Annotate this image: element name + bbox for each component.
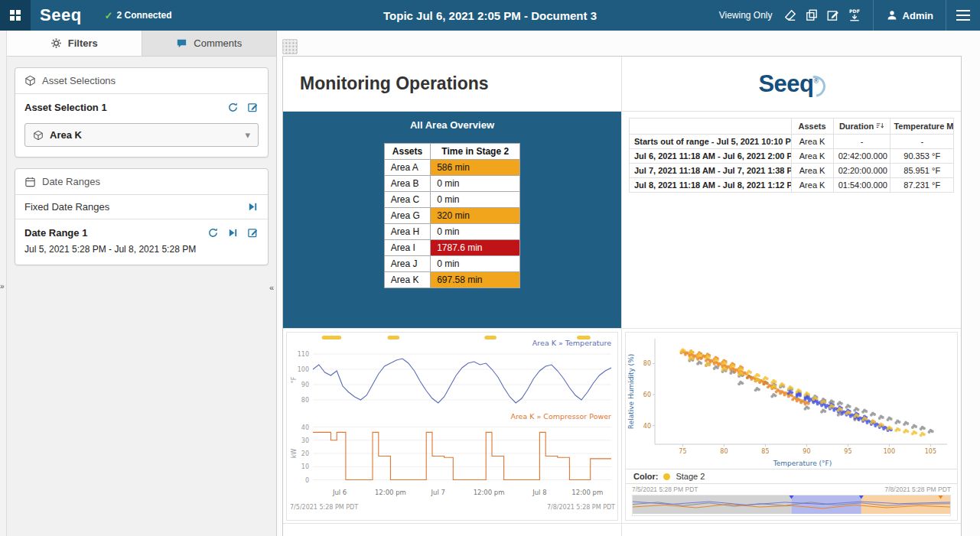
calendar-icon xyxy=(24,176,36,187)
comment-bubble-icon xyxy=(176,37,187,49)
svg-text:20: 20 xyxy=(301,450,309,457)
refresh-icon[interactable] xyxy=(207,227,219,239)
sort-icon xyxy=(876,122,884,130)
export-pdf-icon[interactable]: PDF xyxy=(848,8,861,22)
topbar-actions: Viewing Only PDF Admin xyxy=(719,0,980,31)
page-title: Monitoring Operations xyxy=(300,73,604,94)
capsule-table-body: Starts out of range - Jul 5, 2021 10:10 … xyxy=(630,135,954,193)
connection-status-label: 2 Connected xyxy=(117,10,172,21)
tab-comments[interactable]: Comments xyxy=(142,31,277,56)
svg-text:100: 100 xyxy=(298,366,309,373)
capsule-row: Jul 8, 2021 11:18 AM - Jul 8, 2021 1:12 … xyxy=(630,178,954,193)
capsule-col-duration[interactable]: Duration xyxy=(833,119,890,135)
trend-chart-svg: 1101009080°FArea K » Temperature40302010… xyxy=(287,333,618,516)
overview-value-cell: 586 min xyxy=(431,160,520,176)
user-icon xyxy=(886,9,898,21)
svg-text:105: 105 xyxy=(925,448,936,455)
scatter-legend: Color: Stage 2 xyxy=(626,469,957,484)
svg-text:7/8/2021 5:28 PM PDT: 7/8/2021 5:28 PM PDT xyxy=(547,504,615,511)
topic-page: Monitoring Operations Seeq® All Area Ove… xyxy=(282,56,962,536)
legend-dot xyxy=(663,473,670,480)
user-label: Admin xyxy=(903,10,933,21)
scatter-date-range: 7/5/2021 5:28 PM PDT 7/8/2021 5:28 PM PD… xyxy=(626,484,957,494)
timeline-minimap[interactable] xyxy=(632,495,951,516)
asset-selections-card: Asset Selections Asset Selection 1 xyxy=(15,67,269,158)
step-to-end-icon[interactable] xyxy=(247,201,259,213)
asset-select-dropdown[interactable]: Area K ▾ xyxy=(24,123,259,147)
capsule-header-row: Assets Duration Temperatur xyxy=(630,119,954,135)
date-range-value: Jul 5, 2021 5:28 PM - Jul 8, 2021 5:28 P… xyxy=(15,242,268,265)
refresh-icon[interactable] xyxy=(227,102,239,113)
asset-selections-title: Asset Selections xyxy=(42,75,116,86)
overview-header-row: Assets Time in Stage 2 xyxy=(384,144,519,160)
eraser-icon[interactable] xyxy=(783,8,797,22)
step-to-end-icon[interactable] xyxy=(227,227,239,239)
overview-asset-cell: Area C xyxy=(384,192,430,208)
overview-row: Area C0 min xyxy=(384,192,519,208)
svg-text:12:00 pm: 12:00 pm xyxy=(375,489,406,496)
overview-value-cell: 320 min xyxy=(431,208,520,224)
legend-title: Color: xyxy=(633,472,658,481)
date-ranges-header: Date Ranges xyxy=(15,169,268,195)
gear-icon xyxy=(50,37,62,49)
all-area-overview-panel: All Area Overview Assets Time in Stage 2… xyxy=(283,112,622,329)
asset-select-value: Area K xyxy=(50,129,82,141)
edit-icon[interactable] xyxy=(247,102,259,113)
edit-icon[interactable] xyxy=(247,227,259,239)
svg-text:Jul 8: Jul 8 xyxy=(532,489,546,496)
capsule-col-temp-max: Temperature Max xyxy=(890,119,954,135)
overview-asset-cell: Area G xyxy=(384,208,430,224)
svg-text:80: 80 xyxy=(643,360,651,367)
overview-asset-cell: Area I xyxy=(384,240,430,256)
scatter-chart[interactable]: 7580859095100105406080Temperature (°F)Re… xyxy=(625,332,958,521)
document-title: Topic Jul 6, 2021 2:05 PM - Document 3 xyxy=(383,9,597,22)
svg-text:100: 100 xyxy=(884,448,895,455)
drag-handle[interactable] xyxy=(282,39,298,54)
collapse-sidebar-button[interactable]: « xyxy=(269,283,274,292)
overview-asset-cell: Area A xyxy=(384,160,430,176)
topbar: Seeq ✓ 2 Connected Topic Jul 6, 2021 2:0… xyxy=(0,0,980,31)
range-end-label: 7/8/2021 5:28 PM PDT xyxy=(885,486,951,493)
tab-filters[interactable]: Filters xyxy=(7,31,142,56)
overview-asset-cell: Area J xyxy=(384,256,430,272)
svg-text:Area K » Temperature: Area K » Temperature xyxy=(532,339,611,347)
seeq-logo[interactable]: Seeq xyxy=(40,5,82,25)
overview-row: Area I1787.6 min xyxy=(384,240,519,256)
duplicate-icon[interactable] xyxy=(805,8,819,22)
overview-value-cell: 0 min xyxy=(431,192,520,208)
scatter-chart-svg: 7580859095100105406080Temperature (°F)Re… xyxy=(626,333,957,469)
svg-text:PDF: PDF xyxy=(849,8,860,14)
scatter-chart-cell: 7580859095100105406080Temperature (°F)Re… xyxy=(622,329,961,524)
hamburger-menu[interactable] xyxy=(946,0,980,31)
overview-asset-cell: Area B xyxy=(384,176,430,192)
overview-row: Area G320 min xyxy=(384,208,519,224)
svg-text:12:00 pm: 12:00 pm xyxy=(571,489,603,496)
overview-row: Area B0 min xyxy=(384,176,519,192)
asset-cube-icon xyxy=(24,75,36,86)
overview-value-cell: 1787.6 min xyxy=(431,240,520,256)
svg-text:30: 30 xyxy=(301,437,309,444)
trend-chart-cell: 1101009080°FArea K » Temperature40302010… xyxy=(283,329,622,524)
overview-row: Area K697.58 min xyxy=(384,272,519,288)
date-ranges-title: Date Ranges xyxy=(42,176,100,187)
connection-status[interactable]: ✓ 2 Connected xyxy=(105,10,172,21)
trend-chart[interactable]: 1101009080°FArea K » Temperature40302010… xyxy=(286,332,618,521)
overview-value-cell: 0 min xyxy=(431,176,520,192)
overview-value-cell: 0 min xyxy=(431,224,520,240)
next-row-cell xyxy=(283,524,622,536)
svg-text:Temperature (°F): Temperature (°F) xyxy=(773,460,832,467)
asset-selections-header: Asset Selections xyxy=(15,68,268,94)
minimap-svg xyxy=(633,495,950,514)
svg-text:90: 90 xyxy=(803,448,810,455)
asset-selection-label: Asset Selection 1 xyxy=(24,102,227,113)
capsule-col-assets: Assets xyxy=(791,119,833,135)
app-switcher-button[interactable] xyxy=(0,0,31,31)
date-range-label: Date Range 1 xyxy=(24,227,207,239)
svg-text:Jul 6: Jul 6 xyxy=(332,489,347,496)
expand-left-panel-button[interactable]: » xyxy=(0,283,5,291)
edit-document-icon[interactable] xyxy=(826,8,840,22)
asset-cube-icon xyxy=(33,130,44,141)
overview-col-time: Time in Stage 2 xyxy=(431,144,520,160)
user-menu[interactable]: Admin xyxy=(873,0,946,31)
svg-text:10: 10 xyxy=(301,463,309,470)
